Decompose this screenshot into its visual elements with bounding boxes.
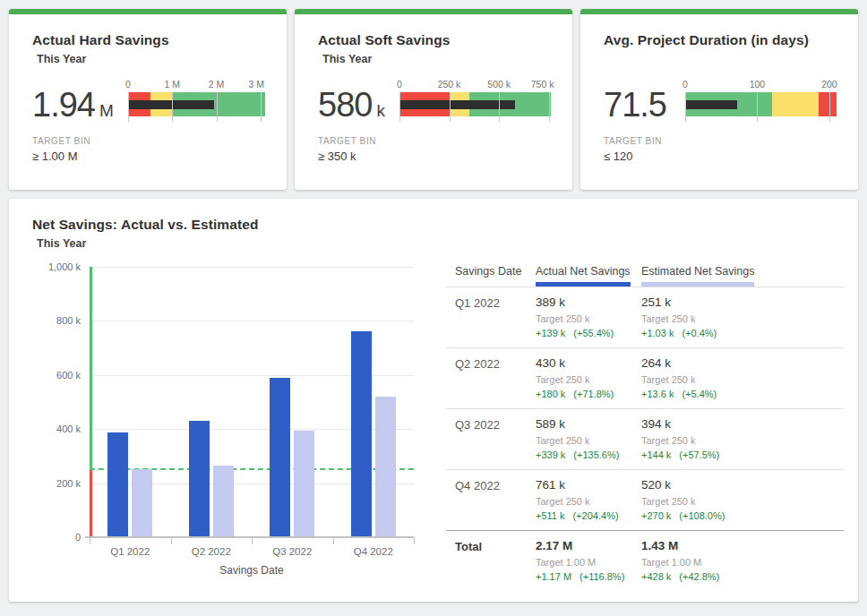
bar-group-q3-2022 <box>252 267 333 537</box>
table-row-q2-2022[interactable]: Q2 2022430 kTarget 250 k+180 k(+71.8%)26… <box>446 347 844 408</box>
bullet-track <box>128 92 265 116</box>
cell-delta: +180 k(+71.8%) <box>536 389 641 399</box>
actual-bar-q1-2022[interactable] <box>107 432 128 537</box>
estimated-bar-q2-2022[interactable] <box>213 466 234 537</box>
card-subtitle <box>608 53 837 66</box>
bar-group-q4-2022 <box>333 267 415 537</box>
actual-cell: 430 kTarget 250 k+180 k(+71.8%) <box>536 356 641 399</box>
bullet-axis-labels: 0100200 <box>685 79 837 92</box>
cell-value: 430 k <box>536 356 641 370</box>
plot-area <box>90 267 414 537</box>
savings-table: Savings Date Actual Net Savings Estimate… <box>446 256 844 591</box>
bullet-tick-label: 2 M <box>209 79 225 90</box>
estimated-series-legend-swatch <box>641 282 754 287</box>
cell-delta: +1.03 k(+0.4%) <box>641 328 844 338</box>
cell-value: 520 k <box>641 478 844 492</box>
actual-bar-q3-2022[interactable] <box>270 378 290 537</box>
bullet-chart: 0250 k500 k750 k <box>399 79 551 116</box>
cell-target: Target 250 k <box>536 313 641 324</box>
delta-percent: (+135.6%) <box>573 449 619 460</box>
kpi-value: 1.94M <box>32 88 114 122</box>
bullet-track <box>685 92 837 116</box>
delta-percent: (+42.8%) <box>679 571 719 582</box>
kpi-card-actual-soft-savings: Actual Soft Savings This Year 580k 0250 … <box>295 9 572 190</box>
bullet-measure-bar <box>399 100 515 109</box>
kpi-number: 1.94 <box>32 86 95 124</box>
bullet-chart: 01 M2 M3 M <box>128 79 265 116</box>
y-axis-labels: 1,000 k800 k600 k400 k200 k0 <box>32 267 90 537</box>
cell-target: Target 250 k <box>641 435 844 446</box>
bullet-tick-label: 3 M <box>248 79 264 90</box>
cell-delta: +144 k(+57.5%) <box>641 449 844 460</box>
estimated-cell: 520 kTarget 250 k+270 k(+108.0%) <box>641 478 844 521</box>
bullet-tick-mark <box>450 92 451 122</box>
kpi-card-avg-project-duration: Avg. Project Duration (in days) 71.5 010… <box>580 9 858 190</box>
x-category-label: Q1 2022 <box>90 546 171 557</box>
delta-amount: +428 k <box>641 571 671 582</box>
panel-subtitle: This Year <box>37 237 858 251</box>
estimated-bar-q4-2022[interactable] <box>375 397 396 537</box>
kpi-number: 71.5 <box>604 86 666 124</box>
cell-target: Target 250 k <box>641 313 844 324</box>
x-category-label: Q4 2022 <box>333 546 415 557</box>
y-tick-label: 1,000 k <box>48 261 81 272</box>
x-axis-title: Savings Date <box>90 564 414 577</box>
delta-percent: (+116.8%) <box>579 571 624 582</box>
x-axis-tick <box>90 537 90 544</box>
delta-amount: +1.17 M <box>536 571 571 582</box>
delta-amount: +144 k <box>641 449 671 460</box>
bullet-chart: 0100200 <box>685 79 837 116</box>
cell-delta: +511 k(+204.4%) <box>536 510 641 521</box>
column-header-savings-date: Savings Date <box>455 265 536 287</box>
actual-cell: 589 kTarget 250 k+339 k(+135.6%) <box>536 417 641 460</box>
row-label: Q1 2022 <box>455 295 536 338</box>
cell-target: Target 250 k <box>536 496 641 507</box>
delta-amount: +511 k <box>536 510 565 521</box>
cell-value: 394 k <box>641 417 844 431</box>
column-header-actual: Actual Net Savings <box>536 265 641 287</box>
cell-target: Target 250 k <box>641 374 844 385</box>
card-accent-bar <box>295 9 572 14</box>
y-tick-label: 800 k <box>56 315 81 326</box>
bullet-tick-label: 0 <box>397 79 402 90</box>
bullet-tick-mark <box>829 92 830 122</box>
kpi-value: 71.5 <box>604 88 671 122</box>
delta-percent: (+108.0%) <box>679 510 725 521</box>
delta-percent: (+204.4%) <box>573 510 619 521</box>
cell-delta: +270 k(+108.0%) <box>641 510 844 521</box>
bar-chart: 1,000 k800 k600 k400 k200 k0 Q1 2022Q2 2… <box>32 256 437 591</box>
table-row-q4-2022[interactable]: Q4 2022761 kTarget 250 k+511 k(+204.4%)5… <box>446 469 844 530</box>
delta-percent: (+71.8%) <box>573 389 614 399</box>
target-bin-value: ≤ 120 <box>604 150 837 163</box>
column-header-estimated: Estimated Net Savings <box>641 265 844 287</box>
cell-delta: +428 k(+42.8%) <box>641 571 844 582</box>
bullet-measure-bar <box>685 100 737 109</box>
target-bin-label: TARGET BIN <box>318 136 551 146</box>
table-row-q1-2022[interactable]: Q1 2022389 kTarget 250 k+139 k(+55.4%)25… <box>446 287 844 347</box>
bullet-tick-label: 100 <box>750 79 766 90</box>
bullet-tick-mark <box>172 92 173 122</box>
cell-value: 2.17 M <box>536 539 641 552</box>
target-bin-value: ≥ 350 k <box>318 150 551 163</box>
estimated-bar-q1-2022[interactable] <box>132 469 152 537</box>
bullet-tick-mark <box>399 92 400 122</box>
table-row-q3-2022[interactable]: Q3 2022589 kTarget 250 k+339 k(+135.6%)3… <box>446 408 844 469</box>
delta-amount: +139 k <box>536 328 565 338</box>
delta-percent: (+5.4%) <box>682 389 717 399</box>
actual-bar-q4-2022[interactable] <box>351 331 372 537</box>
target-bin-label: TARGET BIN <box>604 136 837 146</box>
delta-percent: (+55.4%) <box>573 328 614 338</box>
y-tick-label: 600 k <box>56 370 81 381</box>
cell-target: Target 250 k <box>536 374 641 385</box>
table-row-total[interactable]: Total2.17 MTarget 1.00 M+1.17 M(+116.8%)… <box>446 530 844 591</box>
actual-bar-q2-2022[interactable] <box>189 421 210 537</box>
kpi-body: 580k 0250 k500 k750 k <box>318 79 551 122</box>
target-bin-label: TARGET BIN <box>32 136 265 146</box>
cell-value: 761 k <box>536 478 641 492</box>
bullet-tick-mark <box>685 92 686 122</box>
dashboard: Actual Hard Savings This Year 1.94M 01 M… <box>0 0 867 611</box>
x-axis-line <box>85 536 414 538</box>
estimated-cell: 1.43 MTarget 1.00 M+428 k(+42.8%) <box>641 539 844 582</box>
estimated-bar-q3-2022[interactable] <box>294 431 314 537</box>
bullet-track <box>399 92 551 116</box>
